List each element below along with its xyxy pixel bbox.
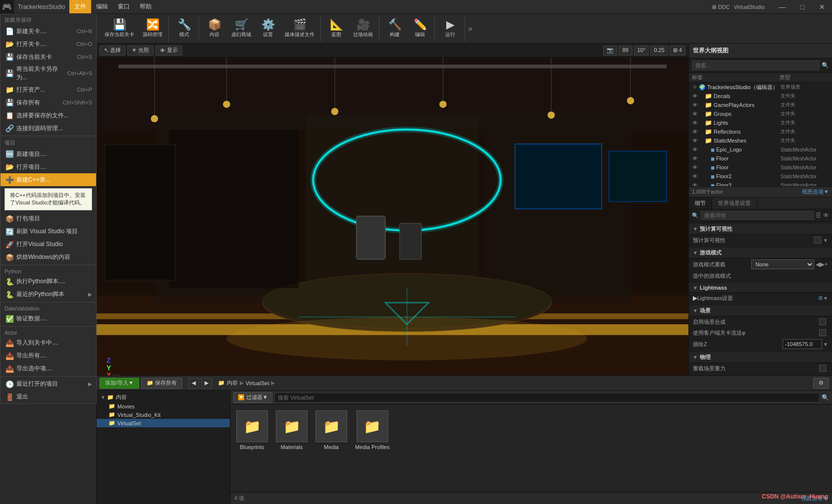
- toolbar-build-btn[interactable]: 🔨 构建: [382, 16, 407, 42]
- filter-btn[interactable]: 🔽 过滤器▼: [233, 392, 272, 403]
- menu-file[interactable]: 文件: [69, 0, 91, 13]
- outliner-item-4[interactable]: 👁 📁 Reflections 文件夹: [689, 127, 832, 136]
- add-import-btn[interactable]: 添加/导入▼: [100, 378, 139, 389]
- scene-killz-input[interactable]: [782, 339, 822, 349]
- breadcrumb-virtualset[interactable]: VirtualSet: [246, 380, 269, 386]
- gm-add-btn[interactable]: +: [825, 261, 828, 268]
- outliner-search-input[interactable]: [692, 60, 820, 70]
- toolbar-edit-btn[interactable]: ✏️ 编辑: [408, 16, 432, 42]
- menu-open-level[interactable]: 📂 打开关卡.... Ctrl+O: [0, 38, 96, 50]
- menu-save-all[interactable]: 💾 保存所有 Ctrl+Shift+S: [0, 96, 96, 109]
- toolbar-source-btn[interactable]: 🔀 源码管理: [139, 16, 166, 42]
- outliner-item-10[interactable]: 👁 ◼ Floor3 StaticMeshActor: [689, 181, 832, 186]
- physics-gravity-checkbox[interactable]: [819, 365, 826, 372]
- outliner-item-8[interactable]: 👁 ◼ Floor StaticMeshActor: [689, 163, 832, 172]
- section-scene-header[interactable]: ▼ 场景: [689, 305, 832, 316]
- toolbar-expand-icon[interactable]: »: [466, 24, 474, 33]
- vp-layers[interactable]: ⊞ 4: [670, 46, 685, 55]
- menu-new-cpp[interactable]: ➕ 新建C++类...: [0, 173, 96, 186]
- breadcrumb-content[interactable]: 内容: [227, 379, 238, 387]
- menu-window[interactable]: 窗口: [113, 0, 135, 13]
- bottom-save-all-btn[interactable]: 📁 保存所有: [141, 378, 182, 389]
- close-btn[interactable]: ✕: [812, 0, 832, 14]
- toolbar-cinematics-btn[interactable]: 🎥 过场动画: [349, 16, 377, 42]
- toolbar-content-btn[interactable]: 📦 内容: [202, 16, 227, 42]
- menu-open-vs[interactable]: 🚀 打开Visual Studio: [0, 238, 96, 251]
- vis-checkbox[interactable]: [814, 237, 821, 244]
- vp-angle[interactable]: 10°: [634, 46, 649, 55]
- nav-back-btn[interactable]: ◀: [188, 378, 199, 389]
- menu-exec-python[interactable]: 🐍 执行Python脚本....: [0, 275, 96, 288]
- menu-new-level[interactable]: 📄 新建关卡.... Ctrl+N: [0, 25, 96, 38]
- scene-composite-checkbox[interactable]: [819, 318, 826, 325]
- menu-validate[interactable]: ✅ 验证数据....: [0, 312, 96, 325]
- gm-nav-prev[interactable]: ◀: [816, 261, 820, 268]
- menu-choose-save[interactable]: 📋 选择要保存的文件...: [0, 109, 96, 122]
- menu-quit[interactable]: 🚪 退出: [0, 391, 96, 403]
- toolbar-play-btn[interactable]: ▶ 运行: [438, 16, 463, 42]
- toolbar-settings-btn[interactable]: ⚙️ 设置: [256, 16, 280, 42]
- menu-open-asset[interactable]: 📁 打开资产... Ctrl+P: [0, 83, 96, 96]
- outliner-item-3[interactable]: 👁 📁 Lights 文件夹: [689, 118, 832, 127]
- details-tab-details[interactable]: 细节: [689, 198, 712, 209]
- section-gm-header[interactable]: ▼ 游戏模式: [689, 248, 832, 258]
- file-blueprints[interactable]: 📁 Blueprints: [236, 410, 268, 450]
- vp-scale[interactable]: 0.25: [650, 46, 668, 55]
- details-eye-icon[interactable]: 👁: [823, 212, 829, 219]
- vp-fov[interactable]: 89: [619, 46, 632, 55]
- gm-override-select[interactable]: None: [751, 259, 815, 269]
- outliner-view-options[interactable]: 视图选项▼: [802, 188, 829, 196]
- menu-source-connect[interactable]: 🔗 连接到源码管理...: [0, 122, 96, 135]
- nav-forward-btn[interactable]: ▶: [201, 378, 212, 389]
- gm-nav-next[interactable]: ▶: [820, 261, 825, 268]
- menu-recent-projects[interactable]: 🕒 最近打开的项目 ▶: [0, 378, 96, 391]
- scene-client-checkbox[interactable]: [819, 329, 826, 336]
- menu-export-selected[interactable]: 📤 导出选中项....: [0, 362, 96, 375]
- maximize-btn[interactable]: □: [792, 0, 812, 14]
- menu-edit[interactable]: 编辑: [91, 0, 113, 13]
- outliner-item-5[interactable]: 👁 📁 StaticMeshes 文件夹: [689, 136, 832, 145]
- filter-search-input[interactable]: [274, 393, 820, 403]
- minimize-btn[interactable]: —: [773, 0, 792, 14]
- menu-export-all[interactable]: 📤 导出所有....: [0, 350, 96, 362]
- menu-save-level[interactable]: 💾 保存当前关卡 Ctrl+S: [0, 50, 96, 63]
- toolbar-media-btn[interactable]: 🎬 媒体描述文件: [281, 16, 318, 42]
- outliner-item-0[interactable]: 👁 📁 Decals 文件夹: [689, 92, 832, 101]
- menu-cook[interactable]: 📦 烘焙Windows的内容: [0, 251, 96, 264]
- tree-vsk[interactable]: 📁 Virtual_Studio_Kit: [97, 410, 230, 419]
- details-tab-world[interactable]: 世界场景设置: [712, 198, 757, 209]
- menu-open-project[interactable]: 📂 打开项目....: [0, 160, 96, 173]
- tree-virtualset[interactable]: 📁 VirtualSet: [97, 419, 230, 427]
- toolbar-mode-btn[interactable]: 🔧 模式: [172, 16, 197, 42]
- menu-package[interactable]: 📦 打包项目: [0, 212, 96, 225]
- details-list-icon[interactable]: ☰: [816, 212, 821, 219]
- vp-select-btn[interactable]: ↖ 选择: [100, 46, 125, 55]
- menu-new-project[interactable]: 🆕 新建项目....: [0, 148, 96, 160]
- vp-display-btn[interactable]: 👁 显示: [156, 46, 182, 55]
- vp-cam-speed[interactable]: 📷: [603, 46, 617, 55]
- menu-saveas-level[interactable]: 💾 将当前关卡另存为... Ctrl+Alt+S: [0, 63, 96, 83]
- outliner-root[interactable]: 👁 🌍 TrackerlessStudio（编辑器） 世界场景: [689, 83, 832, 92]
- menu-import-level[interactable]: 📥 导入到关卡中....: [0, 337, 96, 350]
- toolbar-blueprint-btn[interactable]: 📐 蓝图: [324, 16, 349, 42]
- vp-light-btn[interactable]: ☀ 光照: [127, 46, 154, 55]
- toolbar-marketplace-btn[interactable]: 🛒 虚幻商城: [227, 16, 255, 42]
- outliner-item-2[interactable]: 👁 📁 Groups 文件夹: [689, 109, 832, 118]
- outliner-item-9[interactable]: 👁 ◼ Floor2 StaticMeshActor: [689, 172, 832, 181]
- file-materials[interactable]: 📁 Materials: [276, 410, 308, 450]
- menu-help[interactable]: 帮助: [135, 0, 156, 13]
- tree-content[interactable]: ▼ 📁 内容: [97, 393, 230, 402]
- details-search-input[interactable]: [701, 211, 814, 220]
- file-media-profiles[interactable]: 📁 Media Profiles: [355, 410, 390, 450]
- section-vis-header[interactable]: ▼ 预计算可视性: [689, 224, 832, 235]
- section-lm-header[interactable]: ▼ Lightmass: [689, 283, 832, 293]
- outliner-item-1[interactable]: 👁 📁 GamePlayActors 文件夹: [689, 101, 832, 109]
- section-physics-header[interactable]: ▼ 物理: [689, 352, 832, 363]
- toolbar-save-btn[interactable]: 💾 保存当前关卡: [101, 16, 138, 42]
- file-media[interactable]: 📁 Media: [315, 410, 347, 450]
- menu-recent-python[interactable]: 🐍 最近的Python脚本 ▶: [0, 288, 96, 301]
- outliner-item-6[interactable]: 👁 ◼ Epic_Logo StaticMeshActor: [689, 145, 832, 154]
- viewport[interactable]: ↖ 选择 ☀ 光照 👁 显示 📷: [97, 44, 688, 375]
- bottom-settings-btn[interactable]: ⚙: [813, 378, 829, 389]
- outliner-item-7[interactable]: 👁 ◼ Floor StaticMeshActor: [689, 154, 832, 163]
